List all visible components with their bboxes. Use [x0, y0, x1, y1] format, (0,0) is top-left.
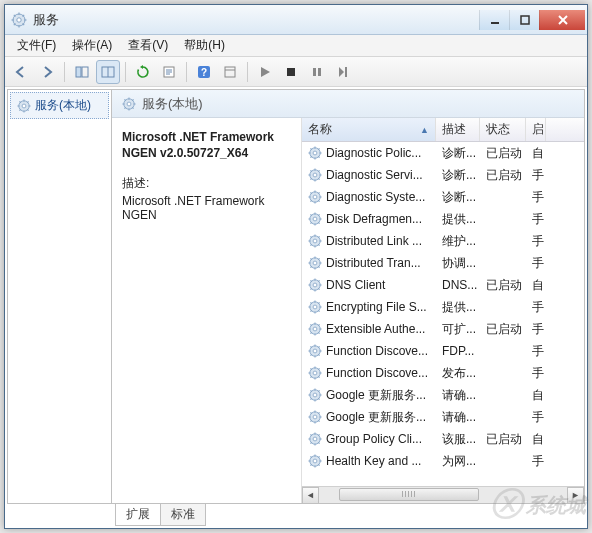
service-name: Google 更新服务... [326, 387, 426, 404]
service-row[interactable]: Diagnostic Servi...诊断...已启动手 [302, 164, 584, 186]
gear-icon [308, 278, 322, 292]
service-status: 已启动 [480, 167, 526, 184]
gear-icon [308, 300, 322, 314]
menu-file[interactable]: 文件(F) [9, 35, 64, 56]
pause-service-button[interactable] [305, 60, 329, 84]
service-startup: 自 [526, 277, 546, 294]
service-startup: 手 [526, 299, 546, 316]
service-row[interactable]: Distributed Tran...协调...手 [302, 252, 584, 274]
service-status: 已启动 [480, 431, 526, 448]
service-list[interactable]: 名称 ▲ 描述 状态 启 Diagnostic Polic...诊断...已启动… [302, 118, 584, 503]
service-startup: 手 [526, 453, 546, 470]
service-row[interactable]: DNS ClientDNS...已启动自 [302, 274, 584, 296]
back-button[interactable] [9, 60, 33, 84]
service-name: Extensible Authe... [326, 322, 425, 336]
tab-extended[interactable]: 扩展 [115, 504, 161, 526]
service-name: Distributed Tran... [326, 256, 421, 270]
gear-icon [308, 454, 322, 468]
service-row[interactable]: Diagnostic Polic...诊断...已启动自 [302, 142, 584, 164]
service-row[interactable]: Google 更新服务...请确...自 [302, 384, 584, 406]
column-startup[interactable]: 启 [526, 118, 546, 141]
export-button[interactable] [157, 60, 181, 84]
restart-service-button[interactable] [331, 60, 355, 84]
column-name[interactable]: 名称 ▲ [302, 118, 436, 141]
horizontal-scrollbar[interactable]: ◄ ► [302, 486, 584, 503]
svg-rect-21 [225, 67, 235, 77]
service-startup: 手 [526, 167, 546, 184]
selected-service-name: Microsoft .NET Framework NGEN v2.0.50727… [122, 130, 291, 161]
sort-asc-icon: ▲ [420, 125, 429, 135]
content-body: 服务(本地) 服务(本地) Microsoft .NET Framework N… [7, 89, 585, 504]
service-name: Diagnostic Polic... [326, 146, 421, 160]
titlebar[interactable]: 服务 [5, 5, 587, 35]
tree-pane[interactable]: 服务(本地) [8, 90, 112, 503]
scroll-left-button[interactable]: ◄ [302, 487, 319, 504]
service-desc: 诊断... [436, 189, 480, 206]
gear-icon [122, 97, 136, 111]
column-status[interactable]: 状态 [480, 118, 526, 141]
show-hide-tree-button[interactable] [70, 60, 94, 84]
service-startup: 自 [526, 431, 546, 448]
scroll-right-button[interactable]: ► [567, 487, 584, 504]
service-startup: 自 [526, 387, 546, 404]
svg-rect-14 [76, 67, 81, 77]
maximize-button[interactable] [509, 10, 539, 30]
window-title: 服务 [33, 11, 479, 29]
column-description[interactable]: 描述 [436, 118, 480, 141]
selected-service-description: Microsoft .NET Framework NGEN [122, 194, 291, 222]
gear-icon [308, 146, 322, 160]
gear-icon [308, 388, 322, 402]
service-desc: 维护... [436, 233, 480, 250]
service-name: Function Discove... [326, 344, 428, 358]
service-name: Disk Defragmen... [326, 212, 422, 226]
service-row[interactable]: Group Policy Cli...该服...已启动自 [302, 428, 584, 450]
help-button[interactable]: ? [192, 60, 216, 84]
service-desc: 提供... [436, 299, 480, 316]
service-status: 已启动 [480, 145, 526, 162]
service-row[interactable]: Distributed Link ...维护...手 [302, 230, 584, 252]
right-header-title: 服务(本地) [142, 95, 203, 113]
toolbar: ? [5, 57, 587, 87]
svg-rect-26 [345, 67, 347, 77]
start-service-button[interactable] [253, 60, 277, 84]
description-label: 描述: [122, 175, 291, 192]
gear-icon [308, 410, 322, 424]
menu-view[interactable]: 查看(V) [120, 35, 176, 56]
scroll-track[interactable] [319, 487, 567, 504]
service-desc: 为网... [436, 453, 480, 470]
stop-service-button[interactable] [279, 60, 303, 84]
service-row[interactable]: Diagnostic Syste...诊断...手 [302, 186, 584, 208]
svg-text:?: ? [201, 67, 207, 78]
service-row[interactable]: Disk Defragmen...提供...手 [302, 208, 584, 230]
menu-action[interactable]: 操作(A) [64, 35, 120, 56]
service-row[interactable]: Encrypting File S...提供...手 [302, 296, 584, 318]
gear-icon [308, 212, 322, 226]
close-button[interactable] [539, 10, 585, 30]
service-startup: 手 [526, 321, 546, 338]
service-row[interactable]: Google 更新服务...请确...手 [302, 406, 584, 428]
service-desc: FDP... [436, 344, 480, 358]
service-startup: 手 [526, 365, 546, 382]
service-name: DNS Client [326, 278, 385, 292]
tree-root-services-local[interactable]: 服务(本地) [10, 92, 109, 119]
service-name: Group Policy Cli... [326, 432, 422, 446]
service-row[interactable]: Function Discove...发布...手 [302, 362, 584, 384]
minimize-button[interactable] [479, 10, 509, 30]
forward-button[interactable] [35, 60, 59, 84]
gear-icon [308, 432, 322, 446]
service-row[interactable]: Health Key and ...为网...手 [302, 450, 584, 472]
tab-standard[interactable]: 标准 [160, 504, 206, 526]
service-row[interactable]: Extensible Authe...可扩...已启动手 [302, 318, 584, 340]
service-name: Distributed Link ... [326, 234, 422, 248]
refresh-button[interactable] [131, 60, 155, 84]
scroll-thumb[interactable] [339, 488, 479, 501]
services-window: 服务 文件(F) 操作(A) 查看(V) 帮助(H) ? [4, 4, 588, 529]
detail-pane-button[interactable] [96, 60, 120, 84]
gear-icon [308, 322, 322, 336]
service-desc: 发布... [436, 365, 480, 382]
service-row[interactable]: Function Discove...FDP...手 [302, 340, 584, 362]
service-name: Diagnostic Servi... [326, 168, 423, 182]
properties-button[interactable] [218, 60, 242, 84]
right-header: 服务(本地) [112, 90, 584, 118]
menu-help[interactable]: 帮助(H) [176, 35, 233, 56]
